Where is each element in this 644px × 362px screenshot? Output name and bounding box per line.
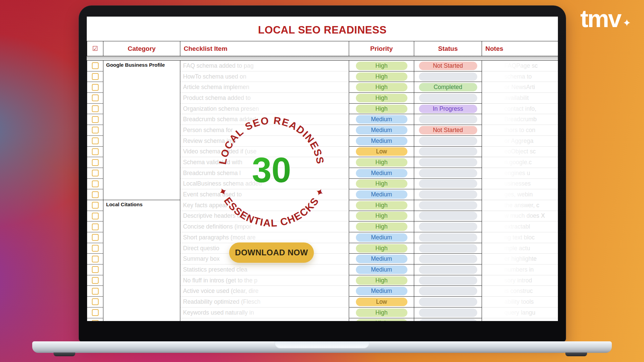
table-row: Organization schema presen High In Progr… (87, 104, 558, 114)
checklist-item-cell: Video schema added if (use (180, 147, 349, 157)
row-checkbox[interactable] (92, 245, 99, 252)
priority-pill[interactable]: High (356, 319, 407, 321)
priority-pill[interactable]: Medium (356, 115, 407, 124)
row-checkbox[interactable] (92, 170, 99, 176)
status-pill[interactable] (419, 179, 477, 188)
priority-pill[interactable]: High (356, 308, 407, 317)
status-pill[interactable] (419, 308, 477, 317)
priority-pill[interactable]: High (356, 94, 407, 102)
status-pill[interactable] (419, 94, 477, 102)
status-pill[interactable] (419, 287, 477, 295)
priority-pill[interactable]: Medium (356, 233, 407, 242)
table-row: Review schema imp Medium or Aggrega (87, 136, 558, 147)
row-checkbox[interactable] (92, 266, 99, 273)
status-pill[interactable] (419, 222, 477, 231)
priority-pill[interactable]: High (356, 201, 407, 210)
status-pill[interactable] (419, 169, 477, 177)
status-pill[interactable] (419, 137, 477, 145)
table-row: Local Citations Key facts appear High th… (87, 200, 558, 211)
checklist-item-cell: Statistics presented clea (180, 264, 349, 275)
row-checkbox[interactable] (92, 62, 99, 69)
status-pill[interactable] (419, 276, 477, 285)
spreadsheet: LOCAL SEO READINESS ☑ Category Checklist… (87, 17, 558, 321)
checklist-item-text: HowTo schema used on (183, 73, 246, 80)
row-checkbox[interactable] (92, 84, 99, 91)
notes-text: schema to (504, 73, 532, 80)
row-checkbox[interactable] (92, 191, 99, 198)
row-checkbox[interactable] (92, 73, 99, 80)
priority-cell: Medium (349, 114, 414, 125)
priority-pill[interactable]: Medium (356, 126, 407, 134)
priority-pill[interactable]: Medium (356, 169, 407, 177)
priority-pill[interactable]: High (356, 222, 407, 231)
row-checkbox[interactable] (92, 105, 99, 112)
notes-cell: thors to con (482, 125, 558, 136)
laptop-foot-left (54, 353, 75, 356)
status-pill[interactable] (419, 212, 477, 220)
status-pill[interactable]: In Progress (419, 105, 477, 113)
row-checkbox[interactable] (92, 223, 99, 230)
checklist-item-text: Concise definitions (impor (183, 223, 251, 230)
priority-pill[interactable]: Medium (356, 287, 407, 295)
priority-pill[interactable]: Medium (356, 265, 407, 274)
priority-pill[interactable]: High (356, 62, 407, 70)
row-checkbox-cell (87, 254, 103, 264)
status-pill[interactable] (419, 158, 477, 167)
priority-pill[interactable]: High (356, 72, 407, 81)
notes-text: FAQPage sc (504, 62, 538, 69)
status-pill[interactable]: Not Started (419, 62, 477, 70)
row-checkbox[interactable] (92, 277, 99, 284)
status-cell: Completed (414, 82, 482, 93)
status-pill[interactable] (419, 319, 477, 321)
priority-pill[interactable]: High (356, 212, 407, 220)
row-checkbox[interactable] (92, 127, 99, 133)
priority-pill[interactable]: High (356, 276, 407, 285)
row-checkbox[interactable] (92, 159, 99, 166)
priority-pill[interactable]: Medium (356, 137, 407, 145)
status-pill[interactable] (419, 190, 477, 199)
notes-text: availabilit (504, 94, 529, 102)
status-pill[interactable]: Not Started (419, 126, 477, 134)
notes-text: ges, webin (504, 191, 533, 198)
status-pill[interactable] (419, 298, 477, 306)
row-checkbox[interactable] (92, 256, 99, 262)
row-checkbox[interactable] (92, 298, 99, 305)
notes-cell: w much does X (482, 211, 558, 222)
status-pill[interactable]: Completed (419, 83, 477, 91)
status-pill[interactable] (419, 244, 477, 253)
table-row: Readability optimized (Flesch Low abilit… (87, 297, 558, 307)
status-pill[interactable] (419, 255, 477, 263)
priority-pill[interactable]: Medium (356, 190, 407, 199)
priority-pill[interactable]: Low (356, 147, 407, 156)
status-pill[interactable] (419, 265, 477, 274)
row-checkbox[interactable] (92, 137, 99, 144)
row-checkbox[interactable] (92, 288, 99, 295)
category-cell (103, 125, 180, 136)
priority-pill[interactable]: High (356, 179, 407, 188)
status-pill[interactable] (419, 147, 477, 156)
row-checkbox[interactable] (92, 94, 99, 101)
priority-pill[interactable]: Medium (356, 255, 407, 263)
priority-pill[interactable]: High (356, 158, 407, 167)
priority-pill[interactable]: High (356, 244, 407, 253)
row-checkbox[interactable] (92, 320, 99, 321)
status-pill[interactable] (419, 72, 477, 81)
row-checkbox[interactable] (92, 234, 99, 241)
notes-cell: ability tools (482, 297, 558, 307)
row-checkbox[interactable] (92, 202, 99, 209)
notes-cell: FAQPage sc (482, 61, 558, 71)
row-checkbox[interactable] (92, 116, 99, 123)
checklist-item-text: Article schema implemen (183, 84, 249, 91)
priority-cell: Medium (349, 286, 414, 297)
priority-pill[interactable]: High (356, 105, 407, 113)
row-checkbox[interactable] (92, 309, 99, 316)
status-pill[interactable] (419, 201, 477, 210)
row-checkbox[interactable] (92, 148, 99, 155)
row-checkbox[interactable] (92, 213, 99, 219)
status-pill[interactable] (419, 115, 477, 124)
status-pill[interactable] (419, 233, 477, 242)
priority-pill[interactable]: Low (356, 298, 407, 306)
row-checkbox[interactable] (92, 180, 99, 187)
download-button[interactable]: DOWNLOAD NOW (229, 242, 314, 263)
priority-pill[interactable]: High (356, 83, 407, 91)
